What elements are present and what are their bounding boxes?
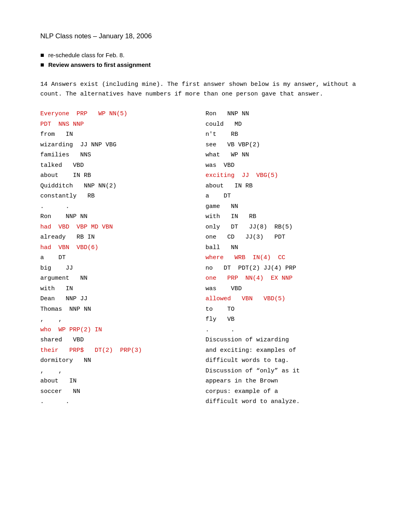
right-line-14: where WRB IN(4) CC [206, 253, 371, 263]
left-line-13: had VBN VBD(6) [40, 243, 206, 253]
left-line-10: Ron NNP NN [40, 212, 206, 222]
right-line-16: one PRP NN(4) EX NNP [206, 273, 371, 284]
left-line-29: . . [40, 397, 206, 407]
right-line-17: was VBD [206, 284, 371, 294]
right-line-8: a DT [206, 191, 371, 202]
right-line-12: one CD JJ(3) PDT [206, 232, 371, 243]
left-line-15: big JJ [40, 263, 206, 274]
right-line-23: and exciting: examples of [206, 345, 371, 356]
left-line-23: their PRP$ DT(2) PRP(3) [40, 345, 206, 356]
left-line-18: Dean NNP JJ [40, 294, 206, 304]
right-column: Ron NNP NNcould MDn't RBsee VB VBP(2)wha… [206, 109, 371, 407]
right-line-15: no DT PDT(2) JJ(4) PRP [206, 263, 371, 274]
bullet-list: ■ re-schedule class for Feb. 8. ■ Review… [40, 52, 371, 69]
left-column: Everyone PRP WP NN(5)PDT NNS NNPfrom INw… [40, 109, 206, 407]
columns-container: Everyone PRP WP NN(5)PDT NNS NNPfrom INw… [40, 109, 371, 407]
left-line-21: who WP PRP(2) IN [40, 325, 206, 335]
left-line-3: wizarding JJ NNP VBG [40, 140, 206, 150]
right-line-0: Ron NNP NN [206, 109, 371, 119]
left-line-5: talked VBD [40, 160, 206, 171]
left-line-27: about IN [40, 376, 206, 387]
left-line-22: shared VBD [40, 335, 206, 345]
bullet-item-2: ■ Review answers to first assignment [40, 61, 371, 69]
right-line-20: fly VB [206, 314, 371, 325]
right-line-19: to TO [206, 304, 371, 315]
right-line-27: corpus: example of a [206, 387, 371, 397]
left-line-14: a DT [40, 253, 206, 263]
left-line-4: families NNS [40, 150, 206, 160]
right-line-7: about IN RB [206, 181, 371, 191]
left-line-11: had VBD VBP MD VBN [40, 222, 206, 233]
bullet-icon-2: ■ [40, 61, 44, 69]
left-line-2: from IN [40, 129, 206, 140]
right-line-25: Discussion of “only” as it [206, 366, 371, 376]
right-line-2: n't RB [206, 129, 371, 140]
left-line-7: Quidditch NNP NN(2) [40, 181, 206, 191]
left-line-24: dormitory NN [40, 355, 206, 366]
left-line-25: , , [40, 366, 206, 376]
left-line-0: Everyone PRP WP NN(5) [40, 109, 206, 119]
left-line-8: constantly RB [40, 191, 206, 202]
right-line-10: with IN RB [206, 212, 371, 222]
right-line-18: allowed VBN VBD(5) [206, 294, 371, 304]
right-line-11: only DT JJ(8) RB(5) [206, 222, 371, 233]
right-line-26: appears in the Brown [206, 376, 371, 387]
right-line-9: game NN [206, 202, 371, 212]
left-line-9: . . [40, 202, 206, 212]
right-line-1: could MD [206, 119, 371, 130]
right-line-21: . . [206, 325, 371, 335]
bullet-item-1: ■ re-schedule class for Feb. 8. [40, 52, 371, 59]
right-line-28: difficult word to analyze. [206, 397, 371, 407]
bullet-text-1: re-schedule class for Feb. 8. [48, 52, 125, 58]
right-line-22: Discussion of wizarding [206, 335, 371, 345]
left-line-20: , , [40, 314, 206, 325]
left-line-19: Thomas NNP NN [40, 304, 206, 315]
page-title: NLP Class notes – January 18, 2006 [40, 32, 371, 40]
left-line-1: PDT NNS NNP [40, 119, 206, 130]
right-line-13: ball NN [206, 243, 371, 253]
left-line-28: soccer NN [40, 387, 206, 397]
intro-paragraph: 14 Answers exist (including mine). The f… [40, 80, 371, 99]
left-line-16: argument NN [40, 273, 206, 284]
left-line-17: with IN [40, 284, 206, 294]
bullet-icon-1: ■ [40, 52, 44, 59]
right-line-3: see VB VBP(2) [206, 140, 371, 150]
bullet-text-2: Review answers to first assignment [48, 61, 151, 68]
right-line-5: was VBD [206, 160, 371, 171]
right-line-24: difficult words to tag. [206, 355, 371, 366]
right-line-6: exciting JJ VBG(5) [206, 170, 371, 181]
right-line-4: what WP NN [206, 150, 371, 160]
left-line-12: already RB IN [40, 232, 206, 243]
left-line-6: about IN RB [40, 170, 206, 181]
